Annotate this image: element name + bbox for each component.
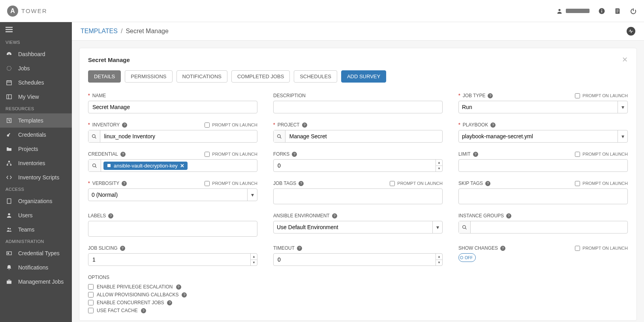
sidebar-item-inventories[interactable]: Inventories [0, 156, 72, 170]
header: A TOWER [0, 0, 644, 22]
docs-icon[interactable] [614, 8, 621, 15]
user-menu[interactable] [556, 8, 590, 14]
help-icon[interactable]: ? [488, 93, 493, 98]
search-icon[interactable] [274, 130, 285, 142]
prompt-on-launch[interactable]: PROMPT ON LAUNCH [205, 122, 257, 128]
help-icon[interactable]: ? [297, 246, 302, 251]
nav-label: Schedules [18, 79, 44, 86]
sidebar-item-schedules[interactable]: Schedules [0, 75, 72, 90]
tab-add-survey[interactable]: ADD SURVEY [341, 70, 386, 83]
project-input[interactable] [285, 133, 442, 139]
prompt-on-launch[interactable]: PROMPT ON LAUNCH [205, 152, 257, 157]
help-icon[interactable]: ? [302, 122, 307, 128]
tab-permissions[interactable]: PERMISSIONS [125, 70, 172, 83]
tab-details[interactable]: DETAILS [88, 70, 121, 83]
help-icon[interactable]: ? [485, 181, 490, 186]
help-icon[interactable]: ? [108, 213, 113, 218]
forks-input[interactable] [274, 162, 436, 169]
sidebar-item-notifications[interactable]: Notifications [0, 260, 72, 275]
skip-tags-input[interactable] [459, 193, 627, 200]
prompt-on-launch[interactable]: PROMPT ON LAUNCH [575, 152, 628, 157]
breadcrumb-root[interactable]: TEMPLATES [81, 28, 118, 35]
sidebar-item-users[interactable]: Users [0, 208, 72, 222]
label: JOB TYPE [463, 93, 486, 98]
prompt-on-launch[interactable]: PROMPT ON LAUNCH [390, 181, 443, 186]
dashboard-icon [6, 51, 13, 58]
help-icon[interactable]: ? [182, 292, 187, 298]
sidebar-item-organizations[interactable]: Organizations [0, 194, 72, 208]
menu-toggle[interactable] [0, 25, 72, 38]
info-icon[interactable] [598, 8, 605, 15]
chevron-down-icon: ▼ [436, 260, 442, 266]
help-icon[interactable]: ? [176, 284, 181, 290]
sidebar-item-credentials[interactable]: Credentials [0, 128, 72, 142]
prompt-on-launch[interactable]: PROMPT ON LAUNCH [575, 246, 628, 251]
sidebar-item-management-jobs[interactable]: Management Jobs [0, 275, 72, 289]
activity-stream-icon[interactable] [627, 27, 635, 36]
playbook-select[interactable]: playbook-manage-secret.yml [459, 133, 618, 139]
help-icon[interactable]: ? [120, 246, 125, 251]
svg-rect-24 [7, 164, 8, 166]
option-privilege-escalation[interactable]: ENABLE PRIVILEGE ESCALATION? [88, 284, 257, 290]
help-icon[interactable]: ? [167, 300, 172, 305]
prompt-on-launch[interactable]: PROMPT ON LAUNCH [575, 181, 628, 186]
svg-line-42 [95, 166, 96, 168]
search-icon[interactable] [88, 160, 101, 171]
sidebar-item-teams[interactable]: Teams [0, 222, 72, 237]
panel-title: Secret Manage [88, 56, 130, 63]
field-show-changes: SHOW CHANGES? PROMPT ON LAUNCH OFF [458, 245, 628, 266]
close-icon[interactable]: ✕ [622, 55, 628, 64]
prompt-on-launch[interactable]: PROMPT ON LAUNCH [575, 93, 628, 98]
power-icon[interactable] [630, 8, 637, 15]
limit-input[interactable] [459, 162, 627, 169]
nav-label: Projects [18, 146, 38, 152]
instance-groups-input[interactable] [471, 224, 627, 230]
help-icon[interactable]: ? [506, 213, 511, 218]
help-icon[interactable]: ? [141, 308, 146, 313]
option-use-fact-cache[interactable]: USE FACT CACHE? [88, 308, 257, 313]
tab-notifications[interactable]: NOTIFICATIONS [176, 70, 227, 83]
sidebar-item-jobs[interactable]: Jobs [0, 61, 72, 75]
option-provisioning-callbacks[interactable]: ALLOW PROVISIONING CALLBACKS? [88, 292, 257, 298]
svg-rect-26 [7, 199, 11, 203]
svg-point-3 [601, 9, 602, 10]
sidebar-item-dashboard[interactable]: Dashboard [0, 47, 72, 61]
help-icon[interactable]: ? [473, 152, 478, 157]
labels-input[interactable] [88, 226, 257, 232]
tab-schedules[interactable]: SCHEDULES [294, 70, 337, 83]
nav-label: Credential Types [18, 250, 60, 256]
verbosity-select[interactable]: 0 (Normal) [88, 192, 247, 198]
job-slicing-input[interactable] [88, 256, 250, 263]
help-icon[interactable]: ? [490, 122, 496, 128]
field-options: OPTIONS ENABLE PRIVILEGE ESCALATION? ALL… [88, 275, 257, 313]
sidebar-item-inventory-scripts[interactable]: Inventory Scripts [0, 170, 72, 185]
sidebar-item-templates[interactable]: Templates [0, 113, 72, 128]
help-icon[interactable]: ? [120, 152, 126, 157]
help-icon[interactable]: ? [292, 152, 297, 157]
help-icon[interactable]: ? [122, 122, 127, 128]
tab-completed-jobs[interactable]: COMPLETED JOBS [231, 70, 290, 83]
option-concurrent-jobs[interactable]: ENABLE CONCURRENT JOBS? [88, 300, 257, 305]
help-icon[interactable]: ? [299, 181, 304, 186]
timeout-input[interactable] [274, 256, 436, 263]
search-icon[interactable] [88, 130, 100, 142]
show-changes-toggle[interactable]: OFF [458, 253, 476, 262]
spinner-buttons[interactable]: ▲▼ [436, 254, 442, 266]
prompt-on-launch[interactable]: PROMPT ON LAUNCH [205, 181, 257, 186]
job-type-select[interactable]: Run [459, 104, 618, 110]
help-icon[interactable]: ? [332, 213, 337, 218]
search-icon[interactable] [459, 221, 471, 233]
job-tags-input[interactable] [274, 193, 442, 200]
spinner-buttons[interactable]: ▲▼ [436, 160, 442, 171]
name-input[interactable] [88, 104, 257, 110]
help-icon[interactable]: ? [122, 181, 127, 186]
help-icon[interactable]: ? [500, 246, 505, 251]
chip-remove-icon[interactable]: ✕ [180, 163, 184, 169]
sidebar-item-projects[interactable]: Projects [0, 142, 72, 156]
spinner-buttons[interactable]: ▲▼ [250, 254, 257, 266]
description-input[interactable] [274, 104, 442, 110]
inventory-input[interactable] [100, 133, 257, 139]
sidebar-item-credential-types[interactable]: Credential Types [0, 246, 72, 260]
sidebar-item-myview[interactable]: My View [0, 90, 72, 104]
ansible-env-select[interactable]: Use Default Environment [274, 224, 432, 230]
